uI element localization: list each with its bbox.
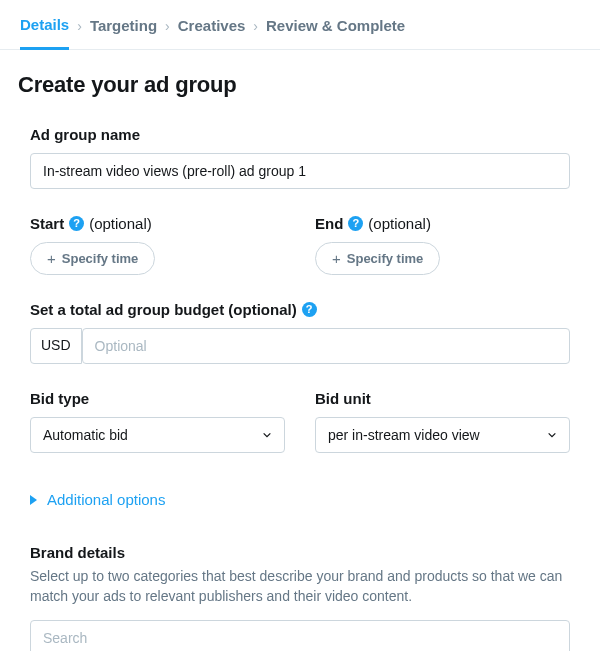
start-specify-time-button[interactable]: + Specify time — [30, 242, 155, 275]
brand-details-description: Select up to two categories that best de… — [30, 567, 570, 606]
end-label-text: End — [315, 215, 343, 232]
start-label-text: Start — [30, 215, 64, 232]
chevron-right-icon: › — [253, 18, 258, 48]
bid-type-select[interactable]: Automatic bid — [30, 417, 285, 453]
budget-currency[interactable]: USD — [30, 328, 82, 364]
start-optional: (optional) — [89, 215, 152, 232]
start-label: Start ? (optional) — [30, 215, 285, 232]
end-specify-time-button[interactable]: + Specify time — [315, 242, 440, 275]
additional-options-label: Additional options — [47, 491, 165, 508]
help-icon[interactable]: ? — [69, 216, 84, 231]
end-optional: (optional) — [368, 215, 431, 232]
chevron-down-icon — [547, 430, 557, 440]
bid-type-value: Automatic bid — [43, 427, 128, 443]
help-icon[interactable]: ? — [302, 302, 317, 317]
end-label: End ? (optional) — [315, 215, 570, 232]
wizard-tabs: Details › Targeting › Creatives › Review… — [0, 0, 600, 50]
bid-unit-select[interactable]: per in-stream video view — [315, 417, 570, 453]
ad-group-name-input[interactable] — [30, 153, 570, 189]
bid-unit-label: Bid unit — [315, 390, 570, 407]
chevron-right-icon: › — [77, 18, 82, 48]
tab-review[interactable]: Review & Complete — [266, 17, 405, 48]
tab-creatives[interactable]: Creatives — [178, 17, 246, 48]
brand-details-heading: Brand details — [30, 544, 570, 561]
plus-icon: + — [47, 250, 56, 267]
bid-type-label: Bid type — [30, 390, 285, 407]
tab-details[interactable]: Details — [20, 16, 69, 50]
chevron-down-icon — [262, 430, 272, 440]
help-icon[interactable]: ? — [348, 216, 363, 231]
bid-unit-value: per in-stream video view — [328, 427, 480, 443]
plus-icon: + — [332, 250, 341, 267]
brand-search-input[interactable] — [30, 620, 570, 651]
additional-options-toggle[interactable]: Additional options — [30, 491, 570, 508]
ad-group-name-label: Ad group name — [30, 126, 570, 143]
end-button-label: Specify time — [347, 251, 424, 266]
start-button-label: Specify time — [62, 251, 139, 266]
budget-label: Set a total ad group budget (optional) ? — [30, 301, 570, 318]
chevron-right-icon: › — [165, 18, 170, 48]
triangle-right-icon — [30, 495, 37, 505]
page-title: Create your ad group — [18, 72, 582, 98]
budget-label-text: Set a total ad group budget (optional) — [30, 301, 297, 318]
tab-targeting[interactable]: Targeting — [90, 17, 157, 48]
budget-input[interactable] — [82, 328, 570, 364]
